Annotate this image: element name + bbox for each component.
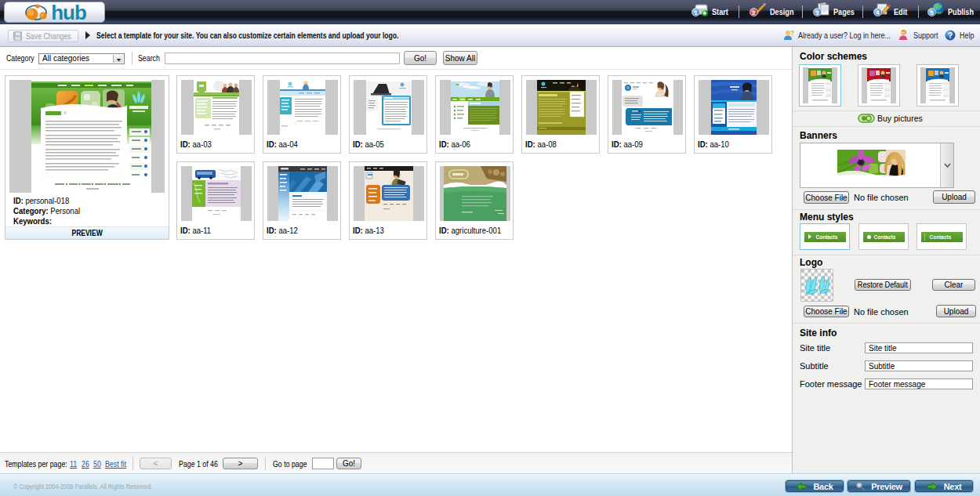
svg-text:?: ? [948,31,953,40]
svg-text:?: ? [790,30,794,37]
